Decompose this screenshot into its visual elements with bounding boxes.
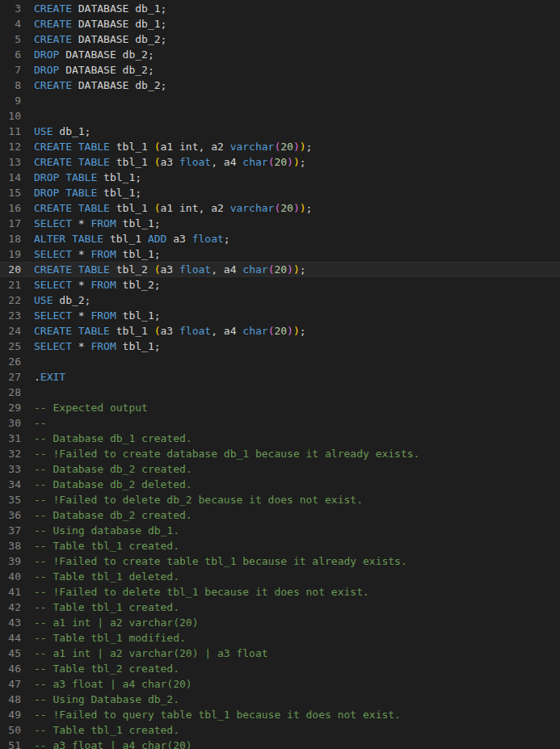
line-number[interactable]: 36 [0, 507, 21, 523]
code-line[interactable]: 13CREATE TABLE tbl_1 (a3 float, a4 char(… [0, 154, 560, 170]
line-number[interactable]: 31 [0, 431, 21, 446]
code-line[interactable]: 44-- Table tbl_1 modified. [0, 630, 560, 646]
code-text[interactable]: -- Database db_2 created. [21, 461, 560, 477]
code-line[interactable]: 18ALTER TABLE tbl_1 ADD a3 float; [0, 231, 560, 246]
code-text[interactable]: SELECT * FROM tbl_1; [21, 246, 560, 262]
code-line[interactable]: 32-- !Failed to create database db_1 bec… [0, 446, 560, 461]
code-line[interactable]: 6DROP DATABASE db_2; [0, 47, 560, 62]
line-number[interactable]: 25 [0, 339, 21, 354]
line-number[interactable]: 21 [0, 277, 21, 292]
code-line[interactable]: 30-- [0, 415, 560, 431]
line-number[interactable]: 20 [0, 262, 21, 277]
code-text[interactable]: -- a1 int | a2 varchar(20) | a3 float [21, 646, 560, 661]
code-text[interactable]: -- a3 float | a4 char(20) [21, 676, 560, 692]
code-text[interactable]: SELECT * FROM tbl_1; [21, 216, 560, 231]
code-text[interactable]: ALTER TABLE tbl_1 ADD a3 float; [21, 231, 560, 246]
code-line[interactable]: 45-- a1 int | a2 varchar(20) | a3 float [0, 646, 560, 661]
code-line[interactable]: 11USE db_1; [0, 124, 560, 139]
code-line[interactable]: 42-- Table tbl_1 created. [0, 600, 560, 615]
code-line[interactable]: 22USE db_2; [0, 292, 560, 308]
line-number[interactable]: 32 [0, 446, 21, 461]
code-line[interactable]: 37-- Using database db_1. [0, 523, 560, 538]
code-text[interactable]: CREATE DATABASE db_1; [21, 1, 560, 16]
line-number[interactable]: 29 [0, 400, 21, 415]
code-text[interactable]: -- Table tbl_1 created. [21, 538, 560, 553]
code-line[interactable]: 16CREATE TABLE tbl_1 (a1 int, a2 varchar… [0, 200, 560, 216]
code-line[interactable]: 28 [0, 385, 560, 400]
code-text[interactable]: -- Table tbl_1 created. [21, 722, 560, 738]
code-line[interactable]: 35-- !Failed to delete db_2 because it d… [0, 492, 560, 507]
code-text[interactable] [21, 93, 560, 108]
line-number[interactable]: 6 [0, 47, 21, 62]
line-number[interactable]: 42 [0, 600, 21, 615]
line-number[interactable]: 10 [0, 108, 21, 124]
code-text[interactable] [21, 108, 560, 124]
code-line[interactable]: 17SELECT * FROM tbl_1; [0, 216, 560, 231]
line-number[interactable]: 49 [0, 707, 21, 722]
code-text[interactable]: CREATE TABLE tbl_1 (a3 float, a4 char(20… [21, 154, 560, 170]
code-line[interactable]: 39-- !Failed to create table tbl_1 becau… [0, 553, 560, 569]
code-text[interactable]: -- Using database db_1. [21, 523, 560, 538]
line-number[interactable]: 43 [0, 615, 21, 630]
line-number[interactable]: 33 [0, 461, 21, 477]
code-line[interactable]: 9 [0, 93, 560, 108]
code-text[interactable]: CREATE DATABASE db_2; [21, 78, 560, 93]
code-text[interactable]: CREATE DATABASE db_1; [21, 16, 560, 32]
code-line[interactable]: 5CREATE DATABASE db_2; [0, 32, 560, 47]
code-text[interactable]: -- Table tbl_2 created. [21, 661, 560, 676]
line-number[interactable]: 8 [0, 78, 21, 93]
line-number[interactable]: 3 [0, 1, 21, 16]
line-number[interactable]: 12 [0, 139, 21, 154]
line-number[interactable]: 17 [0, 216, 21, 231]
code-text[interactable]: -- Table tbl_1 created. [21, 600, 560, 615]
line-number[interactable]: 9 [0, 93, 21, 108]
line-number[interactable]: 40 [0, 569, 21, 584]
code-line[interactable]: 23SELECT * FROM tbl_1; [0, 308, 560, 323]
code-line[interactable]: 31-- Database db_1 created. [0, 431, 560, 446]
code-text[interactable] [21, 385, 560, 400]
code-text[interactable]: CREATE TABLE tbl_1 (a3 float, a4 char(20… [21, 323, 560, 339]
line-number[interactable]: 48 [0, 692, 21, 707]
code-text[interactable]: CREATE TABLE tbl_1 (a1 int, a2 varchar(2… [21, 139, 560, 154]
line-number[interactable]: 37 [0, 523, 21, 538]
line-number[interactable]: 26 [0, 354, 21, 369]
line-number[interactable]: 14 [0, 170, 21, 185]
code-line-active[interactable]: 20CREATE TABLE tbl_2 (a3 float, a4 char(… [0, 262, 560, 277]
code-text[interactable]: CREATE TABLE tbl_1 (a1 int, a2 varchar(2… [21, 200, 560, 216]
code-line[interactable]: 7DROP DATABASE db_2; [0, 62, 560, 78]
code-text[interactable]: SELECT * FROM tbl_1; [21, 339, 560, 354]
code-line[interactable]: 36-- Database db_2 created. [0, 507, 560, 523]
code-line[interactable]: 3CREATE DATABASE db_1; [0, 1, 560, 16]
code-text[interactable]: DROP DATABASE db_2; [21, 62, 560, 78]
code-line[interactable]: 51-- a3 float | a4 char(20) [0, 738, 560, 749]
code-text[interactable]: -- Table tbl_1 deleted. [21, 569, 560, 584]
line-number[interactable]: 23 [0, 308, 21, 323]
line-number[interactable]: 11 [0, 124, 21, 139]
code-text[interactable]: -- !Failed to create table tbl_1 because… [21, 553, 560, 569]
code-line[interactable]: 49-- !Failed to query table tbl_1 becaus… [0, 707, 560, 722]
line-number[interactable]: 18 [0, 231, 21, 246]
line-number[interactable]: 44 [0, 630, 21, 646]
code-text[interactable]: -- !Failed to create database db_1 becau… [21, 446, 560, 461]
line-number[interactable]: 15 [0, 185, 21, 200]
code-text[interactable]: -- [21, 415, 560, 431]
line-number[interactable]: 47 [0, 676, 21, 692]
code-line[interactable]: 10 [0, 108, 560, 124]
code-line[interactable]: 21SELECT * FROM tbl_2; [0, 277, 560, 292]
line-number[interactable]: 30 [0, 415, 21, 431]
code-line[interactable]: 33-- Database db_2 created. [0, 461, 560, 477]
line-number[interactable]: 16 [0, 200, 21, 216]
line-number[interactable]: 28 [0, 385, 21, 400]
code-line[interactable]: 24CREATE TABLE tbl_1 (a3 float, a4 char(… [0, 323, 560, 339]
code-line[interactable]: 34-- Database db_2 deleted. [0, 477, 560, 492]
code-line[interactable]: 26 [0, 354, 560, 369]
line-number[interactable]: 7 [0, 62, 21, 78]
code-line[interactable]: 25SELECT * FROM tbl_1; [0, 339, 560, 354]
code-text[interactable]: -- Database db_1 created. [21, 431, 560, 446]
line-number[interactable]: 5 [0, 32, 21, 47]
code-line[interactable]: 47-- a3 float | a4 char(20) [0, 676, 560, 692]
code-text[interactable]: USE db_2; [21, 292, 560, 308]
code-text[interactable]: -- !Failed to query table tbl_1 because … [21, 707, 560, 722]
code-line[interactable]: 29-- Expected output [0, 400, 560, 415]
code-line[interactable]: 8CREATE DATABASE db_2; [0, 78, 560, 93]
